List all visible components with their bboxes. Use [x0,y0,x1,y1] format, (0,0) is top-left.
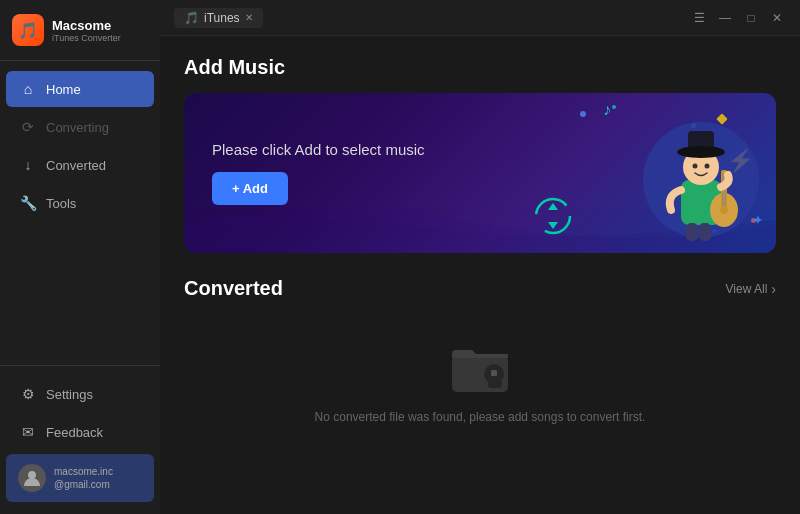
avatar [18,464,46,492]
sidebar-item-home[interactable]: ⌂ Home [6,71,154,107]
svg-rect-23 [488,380,502,388]
empty-state: No converted file was found, please add … [184,316,776,444]
sidebar: 🎵 Macsome iTunes Converter ⌂ Home ⟳ Conv… [0,0,160,514]
view-all-arrow-icon: › [771,281,776,297]
banner-illustration [526,93,776,253]
menu-button[interactable]: ☰ [690,9,708,27]
sidebar-item-converting: ⟳ Converting [6,109,154,145]
sidebar-bottom: ⚙ Settings ✉ Feedback macsome.inc@gmail.… [0,365,160,514]
feedback-icon: ✉ [20,424,36,440]
app-logo: 🎵 Macsome iTunes Converter [0,0,160,61]
titlebar: 🎵 iTunes ✕ ☰ — □ ✕ [160,0,800,36]
settings-icon: ⚙ [20,386,36,402]
view-all-label: View All [726,282,768,296]
sidebar-item-converting-label: Converting [46,120,109,135]
app-icon-symbol: 🎵 [18,21,38,40]
nav-items: ⌂ Home ⟳ Converting ↓ Converted 🔧 Tools [0,61,160,365]
app-name: Macsome [52,18,121,33]
sidebar-item-converted[interactable]: ↓ Converted [6,147,154,183]
sidebar-item-tools-label: Tools [46,196,76,211]
minimize-button[interactable]: — [716,9,734,27]
svg-point-8 [705,164,710,169]
converting-icon: ⟳ [20,119,36,135]
sidebar-item-feedback-label: Feedback [46,425,103,440]
svg-point-6 [677,146,725,158]
app-logo-text: Macsome iTunes Converter [52,18,121,43]
sidebar-item-converted-label: Converted [46,158,106,173]
maximize-button[interactable]: □ [742,9,760,27]
svg-rect-24 [491,370,497,376]
converted-icon: ↓ [20,157,36,173]
tab-music-icon: 🎵 [184,11,199,25]
converted-title: Converted [184,277,283,300]
content-area: Add Music ♪ ⚡ ✦ [160,36,800,514]
add-music-button[interactable]: + Add [212,172,288,205]
svg-marker-20 [548,222,558,229]
tab-label: iTunes [204,11,240,25]
user-profile[interactable]: macsome.inc@gmail.com [6,454,154,502]
tab-close-icon[interactable]: ✕ [245,12,253,23]
svg-point-15 [720,206,728,214]
add-music-banner: ♪ ⚡ ✦ Please click Add to select music +… [184,93,776,253]
sync-icon [534,197,572,235]
tools-icon: 🔧 [20,195,36,211]
home-icon: ⌂ [20,81,36,97]
titlebar-left: 🎵 iTunes ✕ [174,8,263,28]
sidebar-item-settings[interactable]: ⚙ Settings [6,376,154,412]
sidebar-item-tools[interactable]: 🔧 Tools [6,185,154,221]
svg-marker-19 [548,203,558,210]
empty-folder-icon [448,336,512,400]
user-email: macsome.inc@gmail.com [54,465,113,491]
banner-text: Please click Add to select music [212,141,498,158]
sidebar-item-settings-label: Settings [46,387,93,402]
sidebar-item-home-label: Home [46,82,81,97]
window-controls: ☰ — □ ✕ [690,9,786,27]
app-subtitle: iTunes Converter [52,33,121,43]
itunes-tab[interactable]: 🎵 iTunes ✕ [174,8,263,28]
converted-header: Converted View All › [184,277,776,300]
app-icon: 🎵 [12,14,44,46]
svg-point-0 [28,471,36,479]
sidebar-item-feedback[interactable]: ✉ Feedback [6,414,154,450]
close-button[interactable]: ✕ [768,9,786,27]
empty-message: No converted file was found, please add … [315,410,646,424]
svg-rect-17 [699,223,711,241]
main-content: 🎵 iTunes ✕ ☰ — □ ✕ Add Music [160,0,800,514]
add-music-title: Add Music [184,56,776,79]
svg-rect-16 [686,223,698,241]
view-all-button[interactable]: View All › [726,281,776,297]
svg-point-7 [693,164,698,169]
banner-left: Please click Add to select music + Add [184,121,526,225]
